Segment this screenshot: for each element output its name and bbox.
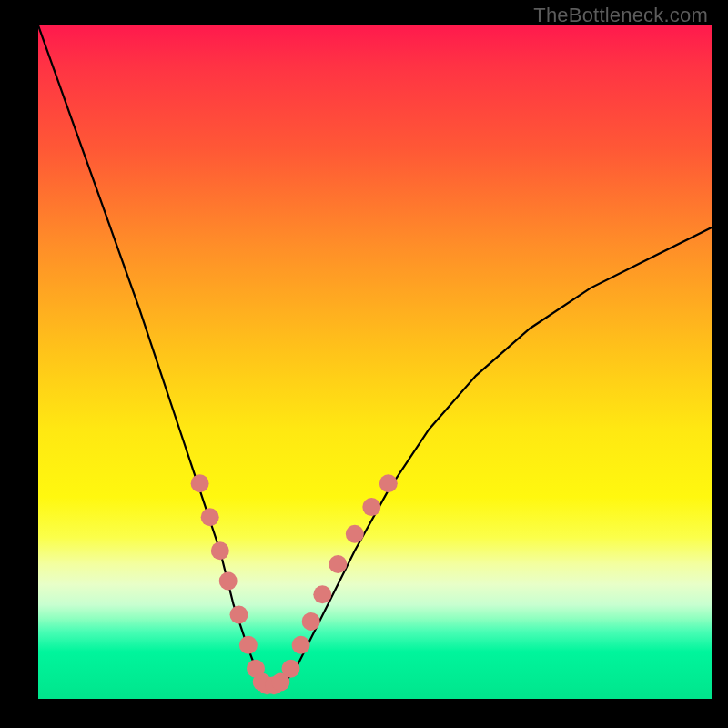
chart-overlay-svg — [38, 25, 712, 699]
highlight-dot — [292, 636, 310, 654]
highlight-dot — [201, 508, 219, 526]
highlight-dot — [329, 555, 347, 573]
bottleneck-curve-line — [38, 25, 712, 685]
highlight-dot — [379, 474, 398, 492]
highlight-dot — [346, 525, 364, 543]
watermark-text: TheBottleneck.com — [533, 4, 708, 27]
highlight-dots-group — [191, 474, 398, 694]
highlight-dot — [239, 636, 258, 654]
highlight-dot — [219, 572, 238, 591]
highlight-dot — [211, 541, 229, 560]
highlight-dot — [362, 498, 380, 516]
highlight-dot — [313, 585, 331, 603]
highlight-dot — [191, 474, 209, 492]
highlight-dot — [282, 660, 300, 678]
highlight-dot — [230, 606, 248, 624]
highlight-dot — [302, 612, 320, 631]
